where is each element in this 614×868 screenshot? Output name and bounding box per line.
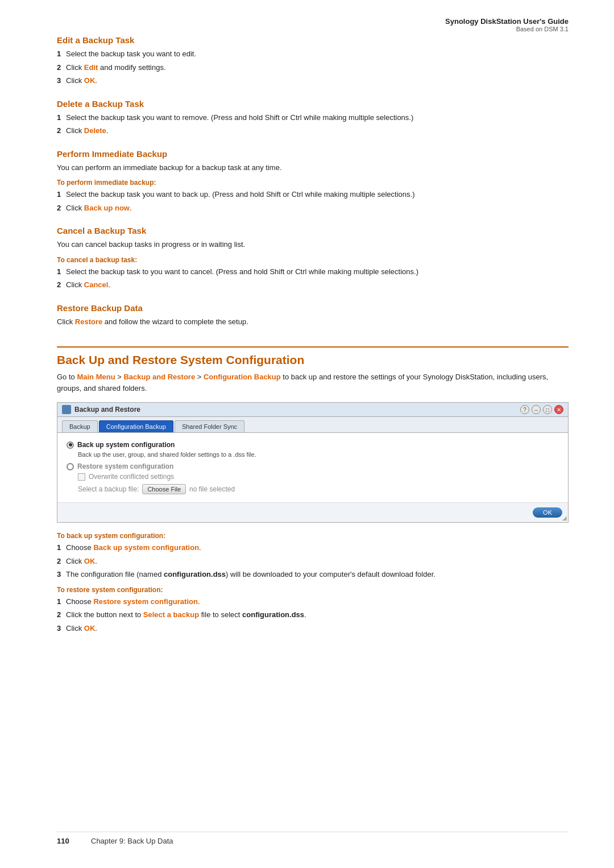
cancel-backup-task-desc: You can cancel backup tasks in progress … — [57, 239, 569, 250]
screenshot-box: Backup and Restore ? – □ ✕ Backup Config… — [57, 402, 569, 523]
click-ok-link: OK — [84, 557, 96, 565]
perform-backup-list: 1 Select the backup task you want to bac… — [57, 189, 569, 213]
backup-system-config-desc: Back up the user, group, and shared fold… — [78, 451, 559, 458]
major-section-desc: Go to Main Menu > Backup and Restore > C… — [57, 371, 569, 394]
list-item: 2 Click the button next to Select a back… — [57, 609, 569, 621]
guide-subtitle: Based on DSM 3.1 — [445, 26, 569, 32]
to-back-up-system-config-heading: To back up system configuration: — [57, 532, 569, 540]
list-item: 3 Click OK. — [57, 623, 569, 634]
backup-file-row: Select a backup file: Choose File no fil… — [78, 484, 559, 494]
cancel-link: Cancel — [84, 280, 109, 289]
select-backup-link: Select a backup — [143, 610, 199, 619]
restore-link: Restore — [75, 317, 102, 326]
app-title: Backup and Restore — [62, 405, 140, 414]
no-file-selected-label: no file selected — [189, 485, 235, 493]
to-cancel-backup-task: To cancel a backup task: — [57, 256, 569, 264]
main-menu-link: Main Menu — [77, 373, 115, 381]
back-up-now-link: Back up now — [84, 204, 130, 212]
list-item: 3 Click OK. — [57, 75, 569, 86]
config-dss-name: configuration.dss — [242, 610, 304, 619]
screenshot-footer: OK — [57, 502, 568, 522]
config-backup-link: Configuration Backup — [204, 373, 281, 381]
to-perform-immediate-backup: To perform immediate backup: — [57, 179, 569, 187]
final-ok-link: OK — [84, 624, 96, 633]
tab-shared-folder-sync[interactable]: Shared Folder Sync — [175, 420, 244, 432]
chapter-label: Chapter 9: Back Up Data — [91, 837, 173, 845]
page-footer: 110 Chapter 9: Back Up Data — [57, 832, 569, 845]
help-button[interactable]: ? — [520, 405, 529, 414]
list-item: 1 Select the backup task to you want to … — [57, 266, 569, 278]
delete-backup-task-list: 1 Select the backup task you want to rem… — [57, 112, 569, 137]
page-number: 110 — [57, 837, 80, 845]
guide-title: Synology DiskStation User's Guide — [445, 17, 569, 26]
close-button[interactable]: ✕ — [554, 405, 563, 414]
delete-backup-task-heading: Delete a Backup Task — [57, 99, 569, 109]
edit-backup-task-heading: Edit a Backup Task — [57, 35, 569, 45]
tab-configuration-backup[interactable]: Configuration Backup — [99, 420, 173, 432]
cancel-backup-task-heading: Cancel a Backup Task — [57, 226, 569, 235]
edit-backup-task-list: 1 Select the backup task you want to edi… — [57, 48, 569, 86]
restore-backup-data-desc: Click Restore and follow the wizard to c… — [57, 316, 569, 328]
resize-handle: ◢ — [562, 515, 567, 521]
list-item: 2 Click Cancel. — [57, 279, 569, 291]
ok-button[interactable]: OK — [533, 507, 562, 518]
to-restore-system-config-heading: To restore system configuration: — [57, 586, 569, 594]
backup-system-config-radio-row[interactable]: Back up system configuration — [67, 441, 559, 449]
page-header: Synology DiskStation User's Guide Based … — [445, 17, 569, 32]
list-item: 2 Click Edit and modify settings. — [57, 62, 569, 73]
backup-restore-link: Backup and Restore — [123, 373, 195, 381]
perform-immediate-backup-desc: You can perform an immediate backup for … — [57, 162, 569, 173]
list-item: 1 Choose Restore system configuration. — [57, 596, 569, 607]
choose-file-button[interactable]: Choose File — [142, 484, 186, 494]
list-item: 1 Select the backup task you want to bac… — [57, 189, 569, 200]
cancel-backup-list: 1 Select the backup task to you want to … — [57, 266, 569, 291]
list-item: 2 Click Back up now. — [57, 202, 569, 214]
restore-system-config-list: 1 Choose Restore system configuration. 2… — [57, 596, 569, 634]
restore-system-config-radio-row[interactable]: Restore system configuration — [67, 462, 559, 470]
overwrite-conflicted-row[interactable]: Overwrite conflicted settings — [78, 473, 559, 481]
list-item: 1 Choose Back up system configuration. — [57, 542, 569, 553]
tab-backup[interactable]: Backup — [62, 420, 98, 432]
app-title-label: Backup and Restore — [74, 406, 140, 414]
list-item: 3 The configuration file (named configur… — [57, 569, 569, 580]
window-controls: ? – □ ✕ — [520, 405, 563, 414]
screenshot-tabs: Backup Configuration Backup Shared Folde… — [57, 417, 568, 433]
maximize-button[interactable]: □ — [543, 405, 552, 414]
delete-link: Delete — [84, 126, 106, 135]
list-item: 1 Select the backup task you want to rem… — [57, 112, 569, 123]
minimize-button[interactable]: – — [532, 405, 541, 414]
restore-backup-data-heading: Restore Backup Data — [57, 303, 569, 313]
restore-system-config-label: Restore system configuration — [77, 462, 173, 470]
back-up-system-config-list: 1 Choose Back up system configuration. 2… — [57, 542, 569, 580]
choose-backup-link: Back up system configuration — [93, 543, 199, 552]
config-file-name: configuration.dss — [164, 570, 226, 578]
choose-restore-link: Restore system configuration — [93, 597, 198, 606]
backup-system-config-radio[interactable] — [67, 441, 74, 449]
select-backup-file-label: Select a backup file: — [78, 485, 139, 493]
list-item: 1 Select the backup task you want to edi… — [57, 48, 569, 60]
major-section-heading: Back Up and Restore System Configuration — [57, 346, 569, 367]
screenshot-content: Back up system configuration Back up the… — [57, 433, 568, 502]
overwrite-conflicted-checkbox[interactable] — [78, 473, 85, 481]
app-icon — [62, 405, 71, 414]
list-item: 2 Click OK. — [57, 556, 569, 567]
ok-link: OK — [84, 76, 96, 85]
list-item: 2 Click Delete. — [57, 125, 569, 137]
restore-system-config-radio[interactable] — [67, 463, 74, 470]
page: Synology DiskStation User's Guide Based … — [0, 0, 614, 868]
backup-system-config-label: Back up system configuration — [77, 441, 175, 449]
screenshot-titlebar: Backup and Restore ? – □ ✕ — [57, 403, 568, 417]
overwrite-conflicted-label: Overwrite conflicted settings — [89, 473, 174, 481]
perform-immediate-backup-heading: Perform Immediate Backup — [57, 149, 569, 159]
edit-link: Edit — [84, 63, 98, 72]
